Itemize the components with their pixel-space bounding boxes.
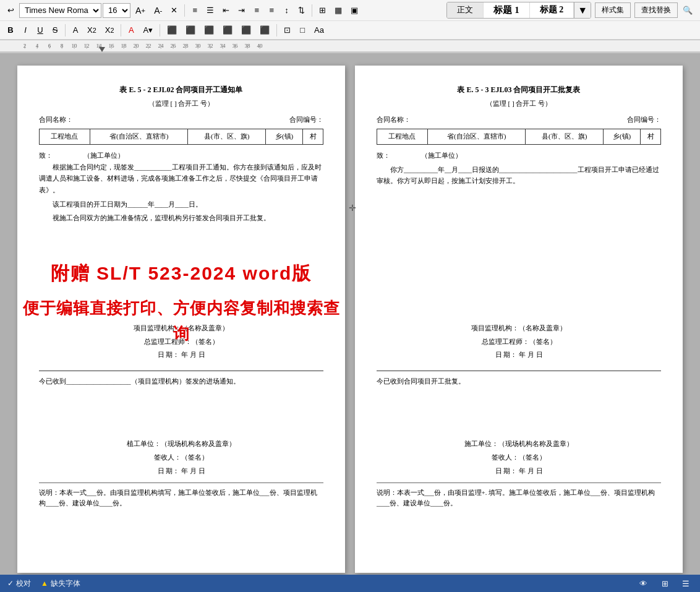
style-normal-btn[interactable]: 正文	[447, 2, 484, 18]
right-contract-name-label: 合同名称：	[377, 114, 411, 126]
table-cell-township: 乡(镇)	[604, 129, 641, 145]
table-cell-village: 村	[641, 129, 661, 145]
dropcap-button[interactable]: ⊡	[280, 23, 294, 38]
signatory-line: 签收人：（签名）	[39, 452, 323, 463]
subscript-button[interactable]: X2	[83, 23, 100, 38]
style-set-button[interactable]: 样式集	[595, 2, 631, 18]
table-cell-county: 县(市、区、旗)	[526, 129, 604, 145]
line-spacing-button[interactable]: ↕	[280, 3, 293, 18]
ruler-mark-34: 34	[216, 43, 229, 49]
sep6	[276, 24, 277, 36]
bold-button[interactable]: B	[4, 23, 17, 38]
right-date-line: 日 期： 年 月 日	[377, 350, 661, 361]
menu-button[interactable]: ☰	[679, 576, 693, 585]
add-cursor-icon: ✛	[349, 202, 356, 215]
highlight-button[interactable]: A	[124, 23, 138, 38]
border2-button[interactable]: □	[296, 23, 309, 38]
char-shading-button[interactable]: A▾	[139, 23, 156, 38]
align-center-button[interactable]: ≡	[265, 3, 278, 18]
bullets-button[interactable]: ≡	[188, 3, 202, 18]
ruler-mark-6: 6	[43, 43, 56, 49]
proofread-icon: ✓	[7, 579, 14, 586]
ruler-mark-22: 22	[142, 43, 155, 49]
ruler-mark-24: 24	[155, 43, 167, 49]
font-shrink-button[interactable]: A-	[150, 3, 166, 18]
right-note-area: 说明：本表一式___份，由项目监理+. 填写。施工单位签收后，施工单位___份、…	[377, 483, 661, 509]
contract-no-label: 合同编号：	[289, 114, 323, 126]
style-expand-btn[interactable]: ▼	[574, 2, 591, 18]
underline-button[interactable]: U	[33, 23, 47, 38]
change-case-button[interactable]: Aa	[310, 23, 328, 38]
sort-button[interactable]: ⇅	[294, 3, 309, 18]
increase-indent-button[interactable]: ⇥	[234, 3, 249, 18]
font-family-select[interactable]: Times New Roma	[19, 3, 101, 18]
right-reception-text: 今已收到合同项目开工批复。	[377, 376, 661, 387]
status-right-area: 👁 ⊞ ☰	[636, 576, 693, 585]
align-right2-button[interactable]: ⬛	[200, 23, 218, 38]
sep3	[65, 24, 66, 36]
ruler-mark-38: 38	[241, 43, 254, 49]
date-line: 日 期： 年 月 日	[39, 350, 323, 361]
ruler-mark-16: 16	[105, 43, 117, 49]
table-cell-village: 村	[303, 129, 323, 145]
sep2	[312, 4, 312, 17]
justify-button[interactable]: ⬛	[219, 23, 236, 38]
ruler-mark-10: 10	[68, 43, 80, 49]
italic-button[interactable]: I	[19, 23, 32, 38]
right-document-page: ✛ 表 E. 5 - 3 EJL03 合同项目开工批复表 （监理 [ ] 合开工…	[355, 66, 683, 573]
right-doc-title: 表 E. 5 - 3 EJL03 合同项目开工批复表	[377, 84, 661, 96]
table-cell-county: 县(市、区、旗)	[188, 129, 266, 145]
view-toggle-button[interactable]: 👁	[636, 576, 651, 585]
ruler-mark-12: 12	[80, 43, 93, 49]
insert-col-button[interactable]: ⊞	[315, 3, 330, 18]
layout-button[interactable]: ⊞	[658, 576, 672, 585]
chief-engineer-line: 总监理工程师：（签名）	[39, 337, 323, 348]
decrease-indent-button[interactable]: ⇤	[219, 3, 233, 18]
ruler-mark-26: 26	[167, 43, 179, 49]
table-cell-province: 省(自治区、直辖市)	[427, 129, 525, 145]
borders-button[interactable]: ▦	[331, 3, 346, 18]
watermark-line1: 附赠 SL/T 523-2024 word版	[17, 259, 345, 288]
font-color-button[interactable]: A	[69, 23, 82, 38]
ruler-mark-8: 8	[56, 43, 68, 49]
table-cell-location: 工程地点	[40, 129, 90, 145]
strikethrough-button[interactable]: S	[48, 23, 62, 38]
reception-text: 今已收到___________________（项目监理机构）签发的进场通知。	[39, 376, 323, 387]
ruler-mark-20: 20	[130, 43, 142, 49]
warning-icon: ▲	[41, 579, 48, 586]
find-replace-button[interactable]: 查找替换	[634, 2, 678, 18]
align-left2-button[interactable]: ⬛	[163, 23, 181, 38]
find-icon[interactable]: 🔍	[679, 3, 696, 18]
font-size-select[interactable]: 16	[103, 3, 130, 18]
right-date2-line: 日 期： 年 月 日	[377, 466, 661, 477]
distribute-button[interactable]: ⬛	[237, 23, 255, 38]
superscript-button[interactable]: X2	[101, 23, 118, 38]
indent2-button[interactable]: ⬛	[256, 23, 273, 38]
right-doc-header-info: 合同名称： 合同编号：	[377, 114, 661, 126]
undo-button[interactable]: ↩	[4, 3, 18, 18]
style-panel: 正文 标题 1 标题 2 ▼	[446, 2, 591, 19]
right-to-line: 致： （施工单位）	[377, 150, 661, 161]
right-signatory-line: 签收人：（签名）	[377, 452, 661, 463]
left-reception-area: 今已收到___________________（项目监理机构）签发的进场通知。 …	[39, 371, 323, 476]
contractor-line: 植工单位：（现场机构名称及盖章）	[39, 439, 323, 450]
align-center2-button[interactable]: ⬛	[182, 23, 199, 38]
ruler-mark-2: 2	[19, 43, 31, 49]
missing-font-status: ▲ 缺失字体	[41, 578, 80, 586]
clear-format-button[interactable]: ✕	[167, 3, 181, 18]
font-grow-button[interactable]: A+	[132, 3, 149, 18]
right-para1: 你方__________年__月____日报送的________________…	[377, 164, 661, 187]
shading-button[interactable]: ▣	[347, 3, 362, 18]
right-note: 说明：本表一式___份，由项目监理+. 填写。施工单位签收后，施工单位___份、…	[377, 488, 661, 509]
left-doc-subtitle: （监理 [ ] 合开工 号）	[39, 98, 323, 109]
align-left-button[interactable]: ≡	[250, 3, 263, 18]
para2: 该工程项目的开工日期为______年____月____日。	[39, 199, 323, 210]
right-contractor-line: 施工单位：（现场机构名称及盖章）	[377, 439, 661, 450]
main-content: 附赠 SL/T 523-2024 word版 便于编辑直接打印、方便内容复制和搜…	[0, 53, 700, 585]
numbering-button[interactable]: ☰	[203, 3, 218, 18]
para1: 根据施工合同约定，现签发___________工程项目开工通知。你方在接到该通知…	[39, 161, 323, 196]
ruler-mark-28: 28	[179, 43, 192, 49]
style-heading2-btn[interactable]: 标题 2	[530, 2, 574, 18]
table-cell-location: 工程地点	[377, 129, 428, 145]
style-heading1-btn[interactable]: 标题 1	[484, 2, 529, 18]
